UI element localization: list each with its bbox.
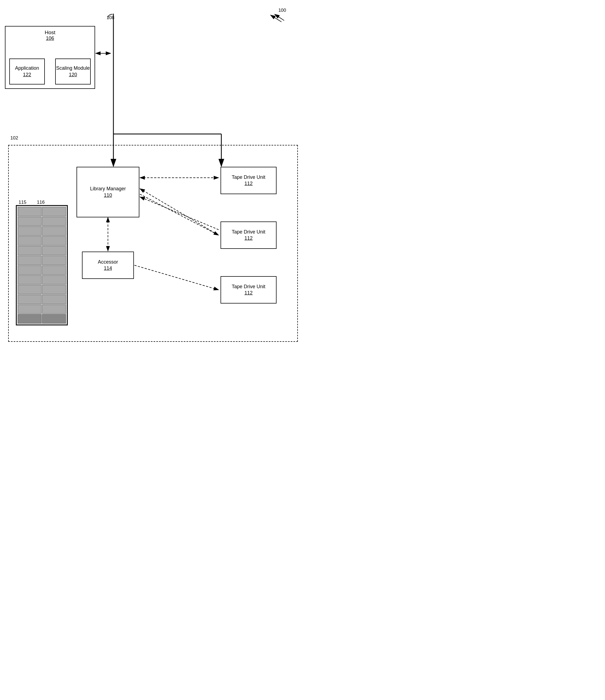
scaling-ref: 120: [69, 72, 77, 78]
library-manager-ref: 110: [104, 192, 112, 199]
tape-drive-1-ref: 112: [244, 180, 253, 187]
scaling-box: Scaling Module 120: [55, 58, 91, 84]
ref-108-label: 108: [107, 15, 114, 21]
tape-drive-3-ref: 112: [244, 290, 253, 296]
tape-drive-2-ref: 112: [244, 235, 253, 242]
tape-drive-2-label: Tape Drive Unit: [232, 229, 265, 235]
host-label: Host: [45, 29, 55, 35]
accessor-ref: 114: [104, 265, 112, 272]
library-manager-box: Library Manager 110: [77, 167, 139, 217]
tape-drive-3-label: Tape Drive Unit: [232, 283, 265, 290]
scaling-label: Scaling Module: [56, 65, 89, 71]
accessor-box: Accessor 114: [82, 252, 134, 279]
accessor-label: Accessor: [98, 259, 118, 265]
application-box: Application 122: [9, 58, 45, 84]
ref-102-label: 102: [10, 135, 18, 141]
application-label: Application: [15, 65, 39, 71]
ref-116-label: 116: [37, 200, 45, 205]
diagram: 100 Host 106 Application 122 Scaling Mod…: [0, 0, 302, 350]
svg-line-17: [274, 14, 284, 21]
library-manager-label: Library Manager: [90, 186, 126, 192]
tape-drive-3-box: Tape Drive Unit 112: [220, 276, 277, 303]
tape-rack: [16, 205, 68, 325]
ref-100-label: 100: [279, 8, 286, 13]
host-ref: 106: [46, 35, 54, 41]
application-ref: 122: [23, 72, 31, 78]
tape-drive-1-box: Tape Drive Unit 112: [220, 167, 277, 194]
tape-drive-1-label: Tape Drive Unit: [232, 174, 265, 180]
ref-115-label: 115: [19, 200, 26, 205]
host-box: Host 106 Application 122 Scaling Module …: [5, 26, 95, 89]
svg-line-0: [270, 15, 282, 22]
tape-drive-2-box: Tape Drive Unit 112: [220, 222, 277, 249]
